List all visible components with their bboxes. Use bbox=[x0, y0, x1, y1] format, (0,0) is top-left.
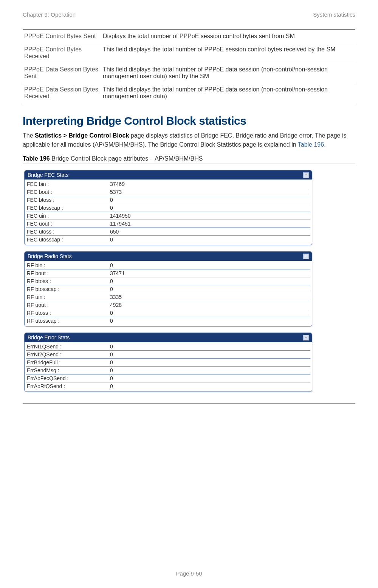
text: . bbox=[324, 141, 325, 148]
stats-value: 4928 bbox=[110, 302, 310, 308]
stats-key: FEC utosscap : bbox=[27, 237, 110, 243]
stats-value: 0 bbox=[110, 344, 310, 350]
stats-key: FEC bin : bbox=[27, 181, 110, 187]
stats-key: RF bout : bbox=[27, 270, 110, 276]
stats-value: 0 bbox=[110, 359, 310, 365]
definition-row: PPPoE Control Bytes ReceivedThis field d… bbox=[23, 43, 355, 63]
stats-panel-title: Bridge Error Stats bbox=[28, 334, 70, 340]
stats-row: FEC uout :1179451 bbox=[26, 220, 310, 228]
stats-panel-title: Bridge FEC Stats bbox=[28, 172, 68, 178]
definition-row: PPPoE Control Bytes SentDisplays the tot… bbox=[23, 29, 355, 43]
header-right: System statistics bbox=[313, 11, 355, 18]
stats-row: ErrNI2QSend :0 bbox=[26, 351, 310, 359]
stats-panel-header: Bridge Error Stats− bbox=[25, 333, 312, 342]
stats-row: RF bin :0 bbox=[26, 262, 310, 269]
stats-value: 0 bbox=[110, 367, 310, 373]
stats-value: 37469 bbox=[110, 181, 310, 187]
stats-key: FEC uout : bbox=[27, 221, 110, 227]
figure-area: Bridge FEC Stats−FEC bin :37469FEC bout … bbox=[23, 164, 355, 404]
stats-row: ErrBridgeFull :0 bbox=[26, 359, 310, 367]
definition-desc: This field displays the total number of … bbox=[101, 43, 355, 63]
stats-row: ErrNI1QSend :0 bbox=[26, 343, 310, 351]
collapse-icon[interactable]: − bbox=[303, 172, 309, 178]
breadcrumb-bold: Statistics > Bridge Control Block bbox=[35, 132, 129, 139]
stats-panel-header: Bridge Radio Stats− bbox=[25, 252, 312, 261]
intro-paragraph: The Statistics > Bridge Control Block pa… bbox=[23, 131, 355, 149]
stats-value: 0 bbox=[110, 286, 310, 292]
stats-key: FEC btosscap : bbox=[27, 205, 110, 211]
stats-key: RF btosscap : bbox=[27, 286, 110, 292]
stats-value: 0 bbox=[110, 237, 310, 243]
definition-label: PPPoE Control Bytes Sent bbox=[23, 29, 101, 43]
table-caption: Table 196 Bridge Control Block page attr… bbox=[23, 155, 355, 162]
page: Chapter 9: Operation System statistics P… bbox=[0, 0, 378, 588]
stats-row: RF uout :4928 bbox=[26, 301, 310, 309]
definition-label: PPPoE Control Bytes Received bbox=[23, 43, 101, 63]
stats-value: 650 bbox=[110, 229, 310, 235]
stats-key: FEC bout : bbox=[27, 189, 110, 195]
stats-key: RF utoss : bbox=[27, 310, 110, 316]
text: The bbox=[23, 132, 35, 139]
stats-panel-header: Bridge FEC Stats− bbox=[25, 170, 312, 179]
stats-row: FEC uin :1414950 bbox=[26, 212, 310, 220]
stats-key: RF uout : bbox=[27, 302, 110, 308]
stats-value: 0 bbox=[110, 318, 310, 324]
stats-row: RF btoss :0 bbox=[26, 277, 310, 285]
stats-key: ErrApRfQSend : bbox=[27, 383, 110, 389]
stats-key: ErrBridgeFull : bbox=[27, 359, 110, 365]
table-caption-number: Table 196 bbox=[23, 155, 50, 162]
definition-row: PPPoE Data Session Bytes SentThis field … bbox=[23, 63, 355, 83]
stats-row: FEC btosscap :0 bbox=[26, 204, 310, 212]
collapse-icon[interactable]: − bbox=[303, 335, 309, 340]
stats-row: ErrApFecQSend :0 bbox=[26, 374, 310, 382]
definition-label: PPPoE Data Session Bytes Sent bbox=[23, 63, 101, 83]
stats-row: FEC bout :5373 bbox=[26, 188, 310, 196]
stats-panel: Bridge Radio Stats−RF bin :0RF bout :374… bbox=[24, 251, 312, 326]
stats-value: 1414950 bbox=[110, 213, 310, 219]
stats-row: FEC bin :37469 bbox=[26, 180, 310, 188]
header-left: Chapter 9: Operation bbox=[23, 11, 76, 18]
stats-value: 0 bbox=[110, 197, 310, 203]
stats-panel-body: ErrNI1QSend :0ErrNI2QSend :0ErrBridgeFul… bbox=[25, 342, 312, 391]
stats-value: 3335 bbox=[110, 294, 310, 300]
stats-value: 1179451 bbox=[110, 221, 310, 227]
stats-row: RF bout :37471 bbox=[26, 269, 310, 277]
cross-ref-link[interactable]: Table 196 bbox=[298, 141, 324, 148]
stats-value: 0 bbox=[110, 262, 310, 268]
stats-key: ErrSendMsg : bbox=[27, 367, 110, 373]
stats-value: 37471 bbox=[110, 270, 310, 276]
stats-value: 0 bbox=[110, 205, 310, 211]
stats-key: RF utosscap : bbox=[27, 318, 110, 324]
stats-row: RF utosscap :0 bbox=[26, 317, 310, 325]
stats-row: ErrSendMsg :0 bbox=[26, 367, 310, 374]
stats-key: RF uin : bbox=[27, 294, 110, 300]
stats-key: ErrNI2QSend : bbox=[27, 351, 110, 357]
stats-value: 0 bbox=[110, 375, 310, 381]
definitions-table: PPPoE Control Bytes SentDisplays the tot… bbox=[23, 29, 355, 103]
stats-panel-body: RF bin :0RF bout :37471RF btoss :0RF bto… bbox=[25, 261, 312, 326]
stats-row: FEC btoss :0 bbox=[26, 196, 310, 204]
collapse-icon[interactable]: − bbox=[303, 254, 309, 259]
page-footer: Page 9-50 bbox=[0, 570, 378, 577]
section-title: Interpreting Bridge Control Block statis… bbox=[23, 115, 355, 127]
stats-key: FEC uin : bbox=[27, 213, 110, 219]
definition-desc: This field displays the total number of … bbox=[101, 63, 355, 83]
stats-row: RF uin :3335 bbox=[26, 293, 310, 301]
stats-row: ErrApRfQSend :0 bbox=[26, 382, 310, 390]
stats-panel: Bridge Error Stats−ErrNI1QSend :0ErrNI2Q… bbox=[24, 333, 312, 392]
stats-value: 5373 bbox=[110, 189, 310, 195]
stats-row: RF utoss :0 bbox=[26, 309, 310, 317]
stats-panel-title: Bridge Radio Stats bbox=[28, 253, 72, 259]
stats-key: RF btoss : bbox=[27, 278, 110, 284]
stats-row: RF btosscap :0 bbox=[26, 285, 310, 293]
stats-value: 0 bbox=[110, 310, 310, 316]
definition-label: PPPoE Data Session Bytes Received bbox=[23, 83, 101, 103]
stats-panel-body: FEC bin :37469FEC bout :5373FEC btoss :0… bbox=[25, 179, 312, 245]
definition-desc: Displays the total number of PPPoE sessi… bbox=[101, 29, 355, 43]
stats-value: 0 bbox=[110, 383, 310, 389]
stats-value: 0 bbox=[110, 351, 310, 357]
stats-key: ErrApFecQSend : bbox=[27, 375, 110, 381]
stats-key: FEC btoss : bbox=[27, 197, 110, 203]
stats-value: 0 bbox=[110, 278, 310, 284]
table-caption-text: Bridge Control Block page attributes – A… bbox=[50, 155, 203, 162]
